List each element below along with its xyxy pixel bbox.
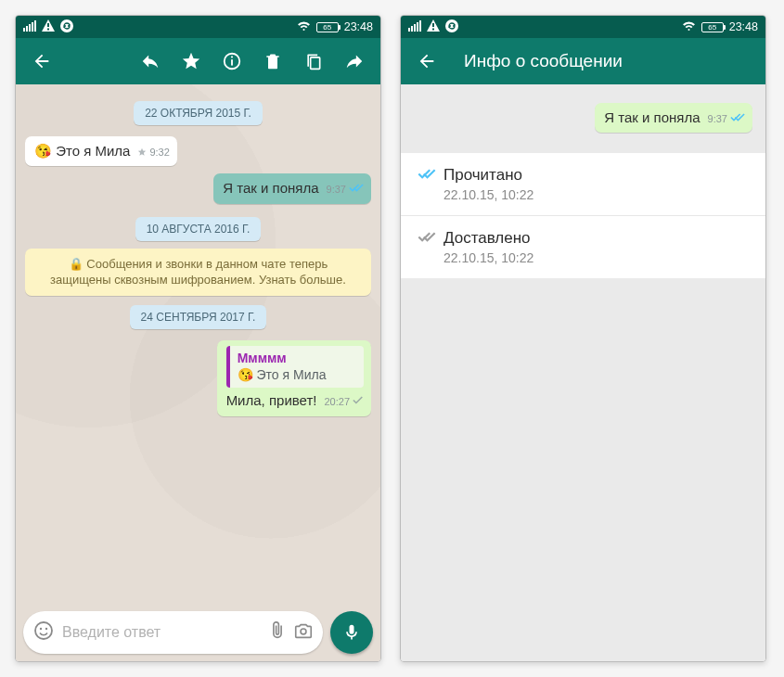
delete-button[interactable]: [254, 43, 291, 80]
message-row[interactable]: Ммммм 😘 Это я Мила Мила, привет! 20:27: [25, 337, 371, 420]
mic-button[interactable]: [330, 611, 373, 654]
svg-point-14: [45, 628, 47, 630]
wifi-icon: [682, 20, 696, 34]
page-title: Инфо о сообщении: [464, 51, 623, 71]
info-app-bar: Инфо о сообщении: [401, 38, 765, 84]
status-time: 23:48: [344, 20, 373, 33]
status-time: 23:48: [729, 20, 758, 33]
sync-icon: [445, 19, 458, 35]
reply-button[interactable]: [132, 43, 169, 80]
quote-text: 😘 Это я Мила: [238, 366, 356, 384]
svg-rect-16: [408, 28, 410, 32]
chat-app-bar: [16, 38, 380, 84]
info-row-read: Прочитано 22.10.15, 10:22: [401, 153, 765, 216]
quote-author: Ммммм: [238, 350, 356, 367]
svg-rect-3: [32, 22, 33, 32]
back-button[interactable]: [23, 43, 60, 80]
read-ticks-icon: [349, 183, 364, 197]
message-row[interactable]: 😘 Это я Мила 9:32: [25, 133, 371, 170]
delivered-ticks-icon: [418, 229, 436, 248]
svg-rect-22: [432, 29, 434, 31]
read-ticks-icon: [730, 112, 745, 126]
message-row[interactable]: Я так и поняла 9:37: [25, 170, 371, 207]
message-in[interactable]: 😘 Это я Мила 9:32: [25, 136, 177, 166]
status-bar: 65 23:48: [401, 16, 765, 38]
svg-point-7: [60, 19, 73, 32]
svg-rect-18: [414, 24, 416, 32]
battery-icon: 65: [316, 22, 339, 32]
input-pill[interactable]: [23, 611, 323, 654]
signal-icon: [408, 20, 421, 34]
phone-info: 65 23:48 Инфо о сообщении Я так и поняла…: [400, 15, 766, 662]
camera-button[interactable]: [293, 620, 314, 645]
info-card: Прочитано 22.10.15, 10:22 Доставлено 22.…: [401, 153, 765, 278]
message-out-quoted[interactable]: Ммммм 😘 Это я Мила Мила, привет! 20:27: [217, 340, 371, 416]
svg-rect-17: [411, 26, 413, 32]
attach-button[interactable]: [267, 620, 288, 645]
svg-point-23: [445, 19, 458, 32]
svg-point-13: [40, 628, 42, 630]
phone-chat: 65 23:48 22 ОКТЯБРЯ 2015 Г. 😘 Это я Мила…: [15, 15, 381, 662]
svg-point-12: [35, 622, 52, 639]
svg-rect-4: [34, 20, 36, 32]
svg-rect-19: [417, 22, 418, 32]
svg-rect-21: [432, 23, 434, 27]
chat-body[interactable]: 22 ОКТЯБРЯ 2015 Г. 😘 Это я Мила 9:32 Я т…: [16, 84, 380, 606]
message-out-selected[interactable]: Я так и поняла 9:37: [213, 173, 371, 203]
info-message-bubble: Я так и поняла 9:37: [595, 103, 752, 133]
svg-point-15: [301, 629, 306, 634]
svg-rect-2: [29, 24, 31, 32]
svg-rect-6: [47, 29, 49, 31]
chat-input-bar: [16, 606, 380, 661]
read-ticks-icon: [418, 166, 436, 185]
svg-rect-20: [419, 20, 421, 32]
svg-rect-0: [23, 28, 25, 32]
svg-rect-1: [26, 26, 28, 32]
emoji-button[interactable]: [32, 620, 55, 645]
star-button[interactable]: [173, 43, 210, 80]
back-button[interactable]: [408, 43, 445, 80]
date-divider: 24 СЕНТЯБРЯ 2017 Г.: [130, 305, 267, 329]
svg-rect-9: [231, 59, 233, 65]
battery-icon: 65: [701, 22, 724, 32]
date-divider: 22 ОКТЯБРЯ 2015 Г.: [134, 101, 263, 125]
encryption-notice[interactable]: 🔒 Сообщения и звонки в данном чате тепер…: [25, 249, 371, 296]
warning-icon: [427, 19, 440, 34]
svg-rect-11: [311, 57, 320, 70]
copy-button[interactable]: [295, 43, 332, 80]
delivered-tick-icon: [353, 395, 364, 409]
date-divider: 10 АВГУСТА 2016 Г.: [135, 217, 262, 241]
message-input[interactable]: [62, 624, 262, 641]
info-body: Я так и поняла 9:37 Прочитано 22.10.15, …: [401, 84, 765, 661]
status-bar: 65 23:48: [16, 16, 380, 38]
warning-icon: [42, 19, 55, 34]
svg-rect-5: [47, 23, 49, 27]
forward-button[interactable]: [336, 43, 373, 80]
svg-rect-10: [231, 57, 233, 58]
sync-icon: [60, 19, 73, 35]
wifi-icon: [297, 20, 311, 34]
info-button[interactable]: [213, 43, 251, 80]
info-row-delivered: Доставлено 22.10.15, 10:22: [401, 216, 765, 278]
signal-icon: [23, 20, 36, 34]
quote-block[interactable]: Ммммм 😘 Это я Мила: [226, 346, 364, 389]
